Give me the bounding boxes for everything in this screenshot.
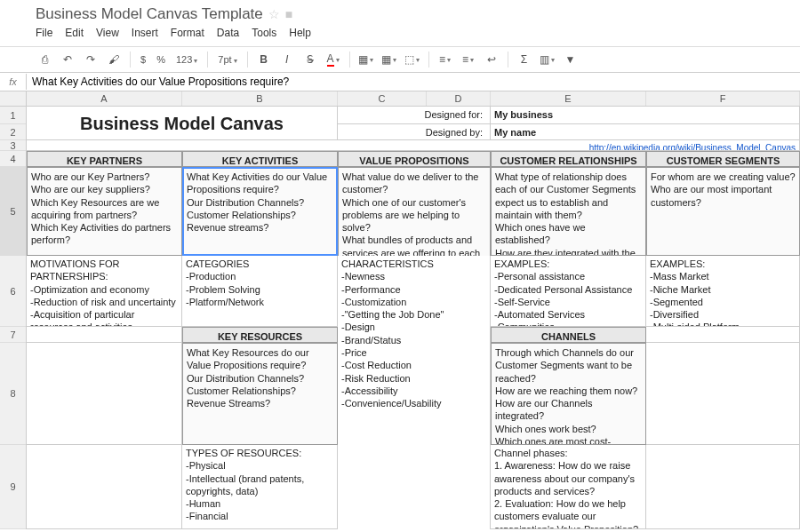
menu-format[interactable]: Format bbox=[171, 27, 204, 39]
col-header-c[interactable]: C bbox=[338, 91, 427, 106]
row-headers: 1 2 3 4 5 6 7 8 9 bbox=[0, 91, 27, 529]
cell-activities-notes[interactable]: CATEGORIES -Production -Problem Solving … bbox=[182, 256, 338, 327]
col-header-e[interactable]: E bbox=[491, 91, 646, 106]
row-header-9[interactable]: 9 bbox=[0, 445, 26, 529]
cell-a9[interactable] bbox=[27, 445, 182, 529]
fx-label: fx bbox=[0, 74, 27, 90]
cell-value-prop-head[interactable]: VALUE PROPOSITIONS bbox=[338, 151, 491, 167]
separator bbox=[428, 52, 429, 67]
borders-button[interactable]: ▦▾ bbox=[380, 51, 398, 68]
menu-bar: File Edit View Insert Format Data Tools … bbox=[36, 23, 791, 44]
cell-empty[interactable] bbox=[27, 140, 491, 151]
menu-edit[interactable]: Edit bbox=[65, 27, 84, 39]
font-size-dropdown[interactable]: 7pt▾ bbox=[215, 54, 239, 65]
cell-cust-seg-head[interactable]: CUSTOMER SEGMENTS bbox=[646, 151, 800, 167]
strikethrough-button[interactable]: S̶ bbox=[301, 51, 319, 68]
fill-color-button[interactable]: ▦▾ bbox=[357, 51, 375, 68]
cell-f9[interactable] bbox=[646, 445, 800, 529]
row-4: KEY PARTNERS KEY ACTIVITIES VALUE PROPOS… bbox=[27, 151, 800, 167]
cells-area: A B C D E F Business Model Canvas Design… bbox=[27, 91, 800, 529]
cell-custseg-notes[interactable]: EXAMPLES: -Mass Market -Niche Market -Se… bbox=[646, 256, 800, 327]
folder-icon[interactable]: ■ bbox=[285, 7, 292, 21]
print-icon[interactable]: ⎙ bbox=[36, 51, 53, 68]
row-header-2[interactable]: 2 bbox=[0, 124, 26, 140]
col-header-f[interactable]: F bbox=[646, 91, 800, 106]
cell-channels-body[interactable]: Through which Channels do our Customer S… bbox=[491, 343, 646, 445]
wrap-button[interactable]: ↩ bbox=[483, 51, 500, 68]
number-format-dropdown[interactable]: 123▾ bbox=[173, 54, 200, 65]
menu-view[interactable]: View bbox=[96, 27, 119, 39]
cell-designed-for-value[interactable]: My business bbox=[491, 107, 800, 124]
star-icon[interactable]: ☆ bbox=[268, 7, 280, 21]
cell-key-partners-body[interactable]: Who are our Key Partners? Who are our ke… bbox=[27, 167, 182, 256]
row-header-7[interactable]: 7 bbox=[0, 327, 26, 343]
percent-button[interactable]: % bbox=[154, 54, 168, 65]
cell-key-activities-body[interactable]: What Key Activities do our Value Proposi… bbox=[182, 167, 338, 256]
currency-button[interactable]: $ bbox=[138, 54, 148, 65]
paint-format-icon[interactable]: 🖌 bbox=[105, 51, 123, 68]
cell-designed-by-label[interactable]: Designed by: bbox=[338, 124, 491, 140]
undo-icon[interactable]: ↶ bbox=[59, 51, 76, 68]
toolbar: ⎙ ↶ ↷ 🖌 $ % 123▾ 7pt▾ B I S̶ A▾ ▦▾ ▦▾ ⬚▾… bbox=[0, 46, 800, 73]
spreadsheet-grid: 1 2 3 4 5 6 7 8 9 A B C D E F Business M… bbox=[0, 91, 800, 529]
cell-f7[interactable] bbox=[646, 327, 800, 343]
text-color-button[interactable]: A▾ bbox=[324, 51, 342, 68]
cell-channels-notes[interactable]: Channel phases: 1. Awareness: How do we … bbox=[491, 445, 646, 529]
cell-cust-rel-head[interactable]: CUSTOMER RELATIONSHIPS bbox=[491, 151, 646, 167]
functions-button[interactable]: Σ bbox=[516, 51, 533, 68]
redo-icon[interactable]: ↷ bbox=[82, 51, 100, 68]
cell-valueprop-notes[interactable]: CHARACTERISTICS -Newness -Performance -C… bbox=[338, 256, 491, 529]
col-header-b[interactable]: B bbox=[182, 91, 338, 106]
cell-wiki-link[interactable]: http://en.wikipedia.org/wiki/Business_Mo… bbox=[491, 140, 800, 151]
valign-button[interactable]: ≡▾ bbox=[460, 51, 477, 68]
row-header-6[interactable]: 6 bbox=[0, 256, 26, 327]
italic-button[interactable]: I bbox=[278, 51, 296, 68]
cell-a8[interactable] bbox=[27, 343, 182, 445]
row-header-3[interactable]: 3 bbox=[0, 140, 26, 151]
cell-key-activities-head[interactable]: KEY ACTIVITIES bbox=[182, 151, 338, 167]
merge-button[interactable]: ⬚▾ bbox=[404, 51, 421, 68]
cell-key-resources-head[interactable]: KEY RESOURCES bbox=[182, 327, 338, 343]
cell-cust-rel-body[interactable]: What type of relationship does each of o… bbox=[491, 167, 646, 256]
cell-designed-by-value[interactable]: My name bbox=[491, 124, 800, 140]
menu-tools[interactable]: Tools bbox=[252, 27, 276, 39]
row-header-8[interactable]: 8 bbox=[0, 343, 26, 445]
row-1: Business Model Canvas Designed for: My b… bbox=[27, 107, 800, 124]
row-3: http://en.wikipedia.org/wiki/Business_Mo… bbox=[27, 140, 800, 151]
separator bbox=[508, 52, 508, 67]
cell-cust-seg-body[interactable]: For whom are we creating value? Who are … bbox=[646, 167, 800, 256]
separator bbox=[349, 52, 350, 67]
cell-a7[interactable] bbox=[27, 327, 182, 343]
menu-insert[interactable]: Insert bbox=[132, 27, 158, 39]
row-header-4[interactable]: 4 bbox=[0, 151, 26, 167]
formula-input[interactable] bbox=[27, 73, 800, 91]
chart-button[interactable]: ▥▾ bbox=[539, 51, 556, 68]
menu-help[interactable]: Help bbox=[289, 27, 311, 39]
cell-resources-notes[interactable]: TYPES OF RESOURCES: -Physical -Intellect… bbox=[182, 445, 338, 529]
cell-key-resources-body[interactable]: What Key Resources do our Value Proposit… bbox=[182, 343, 338, 445]
halign-button[interactable]: ≡▾ bbox=[436, 51, 454, 68]
cell-f8[interactable] bbox=[646, 343, 800, 445]
menu-file[interactable]: File bbox=[36, 27, 52, 39]
separator bbox=[130, 52, 131, 67]
row-header-1[interactable]: 1 bbox=[0, 107, 26, 124]
cell-designed-for-label[interactable]: Designed for: bbox=[338, 107, 491, 124]
formula-bar: fx bbox=[0, 73, 800, 91]
bold-button[interactable]: B bbox=[255, 51, 273, 68]
col-header-a[interactable]: A bbox=[27, 91, 182, 106]
cell-partners-notes[interactable]: MOTIVATIONS FOR PARTNERSHIPS: -Optimizat… bbox=[27, 256, 182, 327]
document-title[interactable]: Business Model Canvas Template bbox=[36, 5, 263, 23]
select-all-corner[interactable] bbox=[0, 91, 26, 107]
col-header-d[interactable]: D bbox=[427, 91, 491, 106]
cell-key-partners-head[interactable]: KEY PARTNERS bbox=[27, 151, 182, 167]
separator bbox=[247, 52, 248, 67]
row-5: Who are our Key Partners? Who are our ke… bbox=[27, 167, 800, 256]
menu-data[interactable]: Data bbox=[217, 27, 239, 39]
cell-title[interactable]: Business Model Canvas bbox=[27, 107, 338, 140]
cell-channels-head[interactable]: CHANNELS bbox=[491, 327, 646, 343]
cell-custrel-notes[interactable]: EXAMPLES: -Personal assistance -Dedicate… bbox=[491, 256, 646, 327]
row-header-5[interactable]: 5 bbox=[0, 167, 26, 256]
column-headers: A B C D E F bbox=[27, 91, 800, 107]
separator bbox=[207, 52, 208, 67]
filter-button[interactable]: ▼ bbox=[562, 51, 580, 68]
